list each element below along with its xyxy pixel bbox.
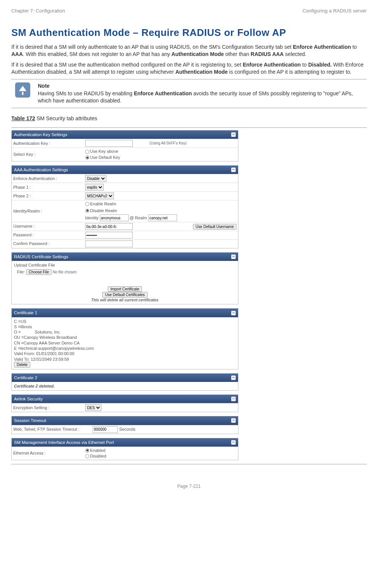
upload-cert-label: Upload Certificate File bbox=[14, 262, 236, 268]
panel-title: Authentication Key Settings bbox=[14, 132, 67, 138]
cert-warning-text: This will delete all current certificate… bbox=[14, 298, 236, 303]
term-auth-mode: Authentication Mode bbox=[175, 69, 227, 75]
cert-field: O = Solutions, Inc. bbox=[14, 329, 236, 335]
seconds-unit: Seconds bbox=[119, 427, 135, 432]
auth-key-hint: (Using All 0xFF's Key) bbox=[149, 141, 187, 146]
page-title: SM Authentication Mode – Require RADIUS … bbox=[11, 26, 367, 39]
collapse-icon[interactable]: − bbox=[231, 168, 236, 172]
enforce-auth-select[interactable]: Disable bbox=[85, 175, 106, 182]
label: Disabled bbox=[90, 453, 106, 459]
text: other than bbox=[224, 51, 251, 57]
enforce-auth-label: Enforce Authentication : bbox=[13, 176, 85, 182]
collapse-icon[interactable]: − bbox=[231, 254, 236, 259]
session-timeout-label: Web, Telnet, FTP Session Timeout : bbox=[13, 427, 93, 432]
realm-input[interactable] bbox=[148, 214, 177, 221]
auth-key-label: Authentication Key : bbox=[13, 141, 85, 146]
label: Use Key above bbox=[90, 149, 118, 154]
text: If it is desired that a SM use the authe… bbox=[11, 62, 243, 68]
panel-airlink: Airlink Security− Encryption Setting : D… bbox=[11, 394, 238, 412]
auth-key-input[interactable] bbox=[85, 140, 133, 147]
identity-input[interactable] bbox=[100, 214, 129, 221]
delete-cert-button[interactable]: Delete bbox=[14, 362, 30, 368]
radio-enable-realm[interactable]: Enable Realm bbox=[85, 201, 116, 207]
label: Enabled bbox=[90, 448, 105, 453]
text: If it is desired that a SM will only aut… bbox=[11, 44, 293, 50]
text: . With this enabled, SM does not registe… bbox=[23, 51, 171, 57]
username-label: Username : bbox=[13, 223, 85, 229]
cert-field: S =Illinois bbox=[14, 324, 236, 329]
text: to bbox=[351, 44, 357, 50]
paragraph-1: If it is desired that a SM will only aut… bbox=[11, 43, 367, 58]
confirm-password-label: Confirm Password : bbox=[13, 241, 85, 247]
table-title: SM Security tab attributes bbox=[35, 115, 97, 121]
panel-cert2: Certificate 2− Certificate 2 deleted. bbox=[11, 373, 238, 391]
phase1-select[interactable]: eaptls bbox=[85, 184, 104, 191]
use-default-username-button[interactable]: Use Default Username bbox=[193, 224, 236, 230]
text: Having SMs to use RADIUS by enabling bbox=[38, 90, 134, 96]
collapse-icon[interactable]: − bbox=[231, 132, 236, 137]
embedded-ui-screenshot: Authentication Key Settings− Authenticat… bbox=[11, 130, 238, 460]
label: Disable Realm bbox=[90, 208, 117, 214]
username-input[interactable] bbox=[85, 223, 133, 230]
panel-title: RADIUS Certificate Settings bbox=[14, 254, 68, 260]
phase2-select[interactable]: MSCHAPv2 bbox=[85, 192, 114, 199]
collapse-icon[interactable]: − bbox=[231, 375, 236, 380]
page-footer: Page 7-221 bbox=[11, 483, 367, 490]
password-input[interactable] bbox=[85, 232, 133, 239]
panel-title: Certificate 2 bbox=[14, 375, 37, 381]
cert-field: C =US bbox=[14, 319, 236, 324]
radio-use-key-above[interactable]: Use Key above bbox=[85, 149, 118, 154]
at-symbol: @ bbox=[130, 216, 134, 220]
collapse-icon[interactable]: − bbox=[231, 418, 236, 423]
identity-field-label: Identity bbox=[85, 216, 98, 220]
collapse-icon[interactable]: − bbox=[231, 311, 236, 315]
panel-sm-mgmt: SM Management Interface Access via Ether… bbox=[11, 438, 238, 461]
radio-ethernet-enabled[interactable]: Enabled bbox=[85, 448, 105, 453]
term-enforce-auth: Enforce Authentication bbox=[243, 62, 301, 68]
term-auth-mode: Authentication Mode bbox=[171, 51, 224, 57]
use-default-certificates-button[interactable]: Use Default Certificates bbox=[102, 292, 147, 298]
password-label: Password : bbox=[13, 232, 85, 238]
panel-session-timeout: Session Timeout− Web, Telnet, FTP Sessio… bbox=[11, 416, 238, 434]
header-left: Chapter 7: Configuration bbox=[11, 8, 65, 14]
text: to bbox=[301, 62, 308, 68]
import-certificate-button[interactable]: Import Certificate bbox=[108, 286, 142, 292]
panel-aaa: AAA Authentication Settings− Enforce Aut… bbox=[11, 165, 238, 248]
panel-title: SM Management Interface Access via Ether… bbox=[14, 439, 114, 445]
term-disabled: Disabled. bbox=[308, 62, 331, 68]
session-timeout-input[interactable] bbox=[93, 426, 118, 433]
panel-title: Certificate 1 bbox=[14, 310, 37, 316]
collapse-icon[interactable]: − bbox=[231, 397, 236, 401]
radio-use-default-key[interactable]: Use Default Key bbox=[85, 155, 120, 160]
note-body: Having SMs to use RADIUS by enabling Enf… bbox=[38, 90, 367, 105]
note-icon bbox=[15, 82, 30, 98]
select-key-label: Select Key : bbox=[13, 152, 85, 157]
text: is configured on the AP it is attempting… bbox=[228, 69, 352, 75]
table-caption: Table 172 SM Security tab attributes bbox=[11, 115, 367, 123]
collapse-icon[interactable]: − bbox=[231, 440, 236, 445]
panel-title: AAA Authentication Settings bbox=[14, 167, 68, 173]
no-file-text: No file chosen bbox=[53, 270, 76, 274]
header-right: Configuring a RADIUS server bbox=[302, 8, 367, 14]
radio-ethernet-disabled[interactable]: Disabled bbox=[85, 453, 106, 459]
phase2-label: Phase 2 : bbox=[13, 193, 85, 199]
term-aaa: AAA bbox=[11, 51, 23, 57]
panel-title: Session Timeout bbox=[14, 417, 46, 424]
paragraph-2: If it is desired that a SM use the authe… bbox=[11, 61, 367, 76]
label: Use Default Key bbox=[90, 155, 120, 160]
choose-file-button[interactable]: Choose File bbox=[26, 269, 51, 275]
cert-field: Valid From: 01/01/2001 00:00:00 bbox=[14, 351, 236, 356]
cert-field: CN =Canopy AAA Server Demo CA bbox=[14, 340, 236, 346]
encryption-select[interactable]: DES bbox=[85, 404, 101, 411]
panel-radius-cert: RADIUS Certificate Settings− Upload Cert… bbox=[11, 252, 238, 304]
table-number: Table 172 bbox=[11, 115, 35, 121]
label: Enable Realm bbox=[90, 201, 116, 207]
encryption-label: Encryption Setting : bbox=[13, 405, 85, 411]
radio-disable-realm[interactable]: Disable Realm bbox=[85, 208, 117, 214]
identity-realm-label: Identity/Realm : bbox=[13, 208, 85, 214]
ethernet-access-label: Ethernet Access : bbox=[13, 450, 85, 456]
term-enforce-auth: Enforce Authentication bbox=[293, 44, 351, 50]
panel-auth-key: Authentication Key Settings− Authenticat… bbox=[11, 130, 238, 161]
text: selected. bbox=[284, 51, 306, 57]
confirm-password-input[interactable] bbox=[85, 240, 133, 247]
